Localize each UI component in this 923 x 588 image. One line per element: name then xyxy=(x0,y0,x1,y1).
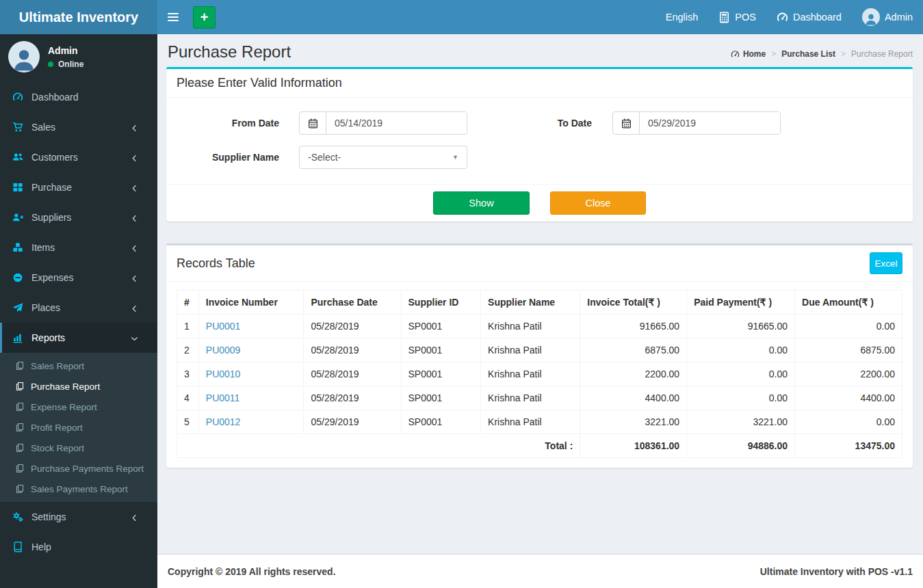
chevron-left-icon xyxy=(130,212,147,223)
breadcrumb-purchase-list[interactable]: Purchase List xyxy=(781,49,835,59)
paper-plane-icon xyxy=(12,302,23,313)
from-date-label: From Date xyxy=(177,118,279,129)
sidebar-item-label: Purchase xyxy=(31,182,72,193)
sidebar-item-sales[interactable]: Sales xyxy=(0,112,157,142)
to-date-group xyxy=(612,111,781,135)
sidebar-item-sales-report[interactable]: Sales Report xyxy=(0,356,157,376)
sidebar-item-purchase-payments-report[interactable]: Purchase Payments Report xyxy=(0,458,157,479)
dashboard-icon xyxy=(777,12,788,23)
user-status[interactable]: Online xyxy=(48,59,83,69)
copyright-text: Copyright © 2019 All rights reserved. xyxy=(168,566,336,577)
supplier-name-cell: Krishna Patil xyxy=(481,362,580,386)
sidebar-item-help[interactable]: Help xyxy=(0,532,157,562)
sidebar-item-suppliers[interactable]: Suppliers xyxy=(0,202,157,232)
supplier-select[interactable]: -Select- ▼ xyxy=(299,146,467,169)
language-menu[interactable]: English xyxy=(655,0,709,34)
sidebar-item-purchase[interactable]: Purchase xyxy=(0,172,157,202)
breadcrumb-current: Purchase Report xyxy=(851,49,913,59)
grid-icon xyxy=(12,182,23,193)
invoice-link[interactable]: PU0010 xyxy=(206,369,241,379)
invoice-link[interactable]: PU0001 xyxy=(206,321,241,332)
table-row: 2 PU0009 05/28/2019 SP0001 Krishna Patil… xyxy=(177,338,902,362)
top-navbar: Ultimate Inventory + English POS Dashboa… xyxy=(0,0,923,34)
filter-form-heading: Please Enter Valid Information xyxy=(177,76,342,90)
supplier-name-cell: Krishna Patil xyxy=(481,410,580,434)
calendar-icon[interactable] xyxy=(613,112,640,134)
sidebar-item-reports[interactable]: Reports xyxy=(0,323,157,353)
sidebar-item-stock-report[interactable]: Stock Report xyxy=(0,438,157,458)
chevron-left-icon xyxy=(130,272,147,283)
invoice-link[interactable]: PU0011 xyxy=(206,392,240,403)
sidebar-item-places[interactable]: Places xyxy=(0,293,157,323)
user-menu[interactable]: Admin xyxy=(852,0,923,34)
table-total-row: Total : 108361.00 94886.00 13475.00 xyxy=(177,434,902,458)
sidebar-item-label: Suppliers xyxy=(31,212,71,223)
row-index: 3 xyxy=(177,362,199,386)
records-table-card: Records Table Excel # Invoice Number Pur… xyxy=(166,243,913,468)
sidebar-item-purchase-report[interactable]: Purchase Report xyxy=(0,376,157,397)
sidebar-item-expense-report[interactable]: Expense Report xyxy=(0,397,157,417)
row-index: 4 xyxy=(177,386,199,410)
to-date-input[interactable] xyxy=(640,112,780,134)
breadcrumb-separator: > xyxy=(841,49,846,59)
online-status-icon xyxy=(48,62,53,67)
table-row: 1 PU0001 05/28/2019 SP0001 Krishna Patil… xyxy=(177,315,902,338)
report-file-icon xyxy=(15,402,25,412)
quick-add-button[interactable]: + xyxy=(193,6,216,29)
show-button[interactable]: Show xyxy=(433,191,530,215)
submenu-item-label: Purchase Payments Report xyxy=(31,464,144,474)
hamburger-icon xyxy=(168,11,179,23)
sidebar-item-sales-payments-report[interactable]: Sales Payments Report xyxy=(0,479,157,499)
avatar xyxy=(8,41,40,72)
sidebar-item-label: Places xyxy=(31,302,60,313)
supplier-name-label: Supplier Name xyxy=(177,152,279,163)
chevron-left-icon xyxy=(130,511,147,522)
submenu-item-label: Stock Report xyxy=(31,443,84,453)
invoice-link[interactable]: PU0009 xyxy=(206,345,241,356)
purchase-date-cell: 05/28/2019 xyxy=(304,362,401,386)
cart-icon xyxy=(12,122,23,133)
report-file-icon xyxy=(15,484,25,494)
close-button[interactable]: Close xyxy=(550,191,646,215)
table-row: 4 PU0011 05/28/2019 SP0001 Krishna Patil… xyxy=(177,386,902,410)
purchase-date-cell: 05/28/2019 xyxy=(304,338,401,362)
supplier-name-cell: Krishna Patil xyxy=(481,338,580,362)
report-file-icon xyxy=(15,464,25,473)
from-date-input[interactable] xyxy=(326,112,467,134)
purchase-date-cell: 05/28/2019 xyxy=(304,315,401,338)
pos-menu[interactable]: POS xyxy=(708,0,766,34)
sidebar-item-expenses[interactable]: Expenses xyxy=(0,263,157,293)
total-invoice: 108361.00 xyxy=(580,434,687,458)
invoice-link[interactable]: PU0012 xyxy=(206,416,241,427)
supplier-id-cell: SP0001 xyxy=(401,338,481,362)
reports-submenu: Sales Report Purchase Report Expense Rep… xyxy=(0,353,157,502)
sidebar-item-label: Expenses xyxy=(31,272,73,283)
sidebar-toggle-button[interactable] xyxy=(157,0,189,34)
version-text: Ultimate Inventory with POS -v1.1 xyxy=(760,566,913,577)
col-header-paid-payment: Paid Payment(₹ ) xyxy=(687,291,795,315)
dashboard-icon xyxy=(731,50,740,59)
excel-export-button[interactable]: Excel xyxy=(870,252,902,274)
paid-payment-cell: 3221.00 xyxy=(687,410,795,434)
breadcrumb-separator: > xyxy=(771,49,776,59)
col-header-supplier-name: Supplier Name xyxy=(481,291,580,315)
calendar-icon[interactable] xyxy=(300,112,326,134)
invoice-total-cell: 4400.00 xyxy=(580,386,687,410)
footer: Copyright © 2019 All rights reserved. Ul… xyxy=(157,554,923,588)
supplier-id-cell: SP0001 xyxy=(401,386,481,410)
caret-down-icon: ▼ xyxy=(452,154,458,161)
supplier-id-cell: SP0001 xyxy=(401,315,481,338)
col-header-supplier-id: Supplier ID xyxy=(401,291,481,315)
due-amount-cell: 0.00 xyxy=(795,315,902,338)
sidebar-item-profit-report[interactable]: Profit Report xyxy=(0,417,157,438)
sidebar-item-customers[interactable]: Customers xyxy=(0,142,157,172)
breadcrumb-home[interactable]: Home xyxy=(731,49,766,59)
dashboard-menu[interactable]: Dashboard xyxy=(766,0,852,34)
chevron-left-icon xyxy=(130,242,147,253)
sidebar-item-dashboard[interactable]: Dashboard xyxy=(0,82,157,112)
sidebar-item-settings[interactable]: Settings xyxy=(0,502,157,532)
sidebar-item-items[interactable]: Items xyxy=(0,232,157,263)
col-header-due-amount: Due Amount(₹ ) xyxy=(795,291,902,315)
to-date-label: To Date xyxy=(467,118,592,129)
app-logo[interactable]: Ultimate Inventory xyxy=(0,0,157,34)
